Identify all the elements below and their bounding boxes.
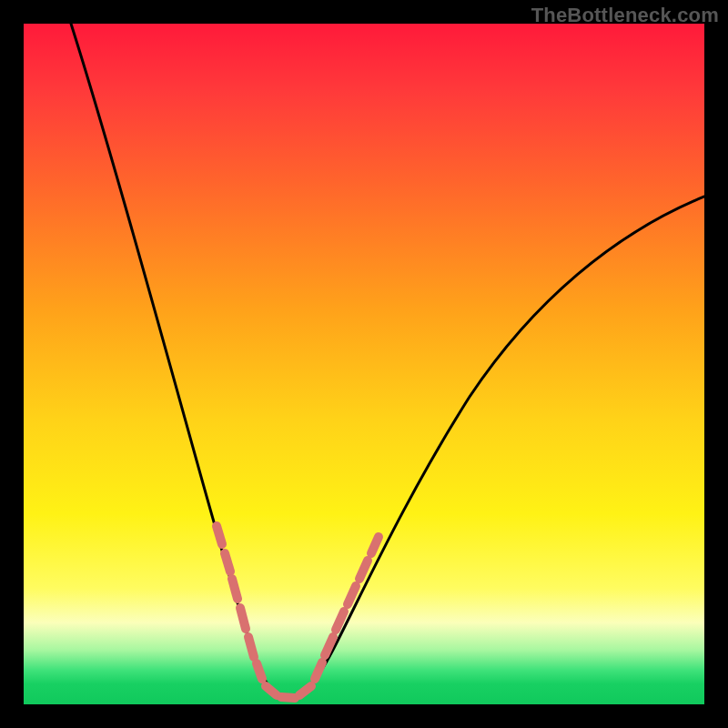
- svg-line-8: [299, 686, 311, 695]
- svg-line-14: [371, 537, 379, 553]
- svg-line-5: [257, 663, 262, 679]
- highlight-dashes-right: [315, 537, 379, 679]
- highlight-dashes-bottom: [266, 686, 311, 698]
- svg-line-2: [232, 579, 238, 599]
- svg-line-12: [348, 586, 356, 604]
- watermark-text: TheBottleneck.com: [531, 4, 719, 27]
- bottleneck-curve-svg: [24, 24, 704, 704]
- svg-line-6: [266, 686, 277, 695]
- svg-line-9: [315, 662, 322, 679]
- chart-area: [24, 24, 704, 704]
- bottleneck-curve-main: [71, 24, 704, 699]
- svg-line-3: [240, 608, 246, 629]
- svg-line-4: [248, 637, 254, 657]
- svg-line-13: [359, 561, 368, 579]
- svg-line-11: [336, 612, 344, 630]
- svg-line-1: [225, 553, 230, 571]
- svg-line-0: [217, 526, 222, 544]
- highlight-dashes-left: [217, 526, 262, 679]
- svg-line-7: [281, 697, 295, 698]
